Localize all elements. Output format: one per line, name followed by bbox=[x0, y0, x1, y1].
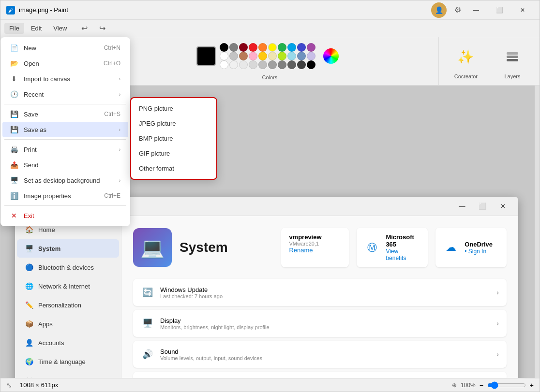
svg-rect-3 bbox=[507, 59, 518, 61]
color-s9[interactable] bbox=[297, 60, 306, 69]
menu-print[interactable]: 🖨️ Print › bbox=[2, 142, 128, 157]
color-red[interactable] bbox=[249, 43, 257, 52]
current-color-box[interactable] bbox=[196, 46, 216, 66]
menu-import[interactable]: ⬇ Import to canvas › bbox=[2, 71, 128, 87]
color-blue[interactable] bbox=[287, 43, 296, 52]
settings-maximize-button[interactable]: ⬜ bbox=[473, 199, 492, 214]
color-s8[interactable] bbox=[287, 60, 296, 69]
menu-item-view[interactable]: View bbox=[48, 23, 72, 34]
color-s5[interactable] bbox=[258, 60, 267, 69]
color-s6[interactable] bbox=[268, 60, 277, 69]
onedrive-title: OneDrive bbox=[465, 241, 499, 248]
color-s10[interactable] bbox=[307, 60, 315, 69]
sidebar-item-gaming[interactable]: 🎮 Gaming bbox=[17, 371, 119, 378]
menu-save-as[interactable]: 💾 Save as › bbox=[2, 122, 128, 137]
color-purple[interactable] bbox=[307, 43, 315, 52]
menu-send[interactable]: 📤 Send bbox=[2, 157, 128, 173]
color-cream[interactable] bbox=[268, 52, 277, 60]
sound-chevron: › bbox=[496, 350, 499, 358]
settings-gear-button[interactable]: ⚙ bbox=[450, 3, 465, 16]
save-as-bmp[interactable]: BMP picture bbox=[131, 131, 216, 146]
display-sub: Monitors, brightness, night light, displ… bbox=[160, 324, 270, 330]
sidebar-item-system[interactable]: 🖥️ System bbox=[17, 239, 119, 258]
sidebar-item-time-label: Time & language bbox=[38, 358, 86, 365]
save-as-other[interactable]: Other format bbox=[131, 161, 216, 176]
rename-link[interactable]: Rename bbox=[289, 247, 313, 254]
desktop-bg-arrow: › bbox=[119, 178, 120, 183]
edit-colors-button[interactable] bbox=[319, 43, 343, 70]
title-bar: 🖌 image.png - Paint 👤 ⚙ — ⬜ ✕ bbox=[0, 0, 540, 20]
sidebar-item-personalization[interactable]: ✏️ Personalization bbox=[17, 296, 119, 314]
color-palette-top bbox=[196, 43, 343, 70]
color-dark-red[interactable] bbox=[239, 43, 248, 52]
sidebar-item-accounts[interactable]: 👤 Accounts bbox=[17, 334, 119, 352]
sidebar-item-bluetooth[interactable]: 🔵 Bluetooth & devices bbox=[17, 258, 119, 276]
menu-exit[interactable]: ✕ Exit bbox=[2, 208, 128, 223]
status-left: ⤡ 1008 × 611px bbox=[6, 381, 58, 389]
color-light-gray[interactable] bbox=[229, 52, 238, 60]
sidebar-item-network[interactable]: 🌐 Network & internet bbox=[17, 277, 119, 295]
minimize-button[interactable]: — bbox=[465, 2, 487, 18]
color-s3[interactable] bbox=[239, 60, 248, 69]
sidebar-item-time-language[interactable]: 🌍 Time & language bbox=[17, 352, 119, 371]
menu-item-file[interactable]: File bbox=[4, 23, 24, 34]
color-dark-blue[interactable] bbox=[297, 43, 306, 52]
color-s1[interactable] bbox=[220, 60, 228, 69]
sidebar-item-apps[interactable]: 📦 Apps bbox=[17, 315, 119, 333]
menu-desktop-bg[interactable]: 🖥️ Set as desktop background › bbox=[2, 173, 128, 188]
notifications-row[interactable]: 🔔 Notifications Alerts from apps and sys… bbox=[133, 372, 507, 378]
redo-button[interactable]: ↪ bbox=[95, 22, 109, 35]
color-lime[interactable] bbox=[278, 52, 286, 60]
windows-update-chevron: › bbox=[496, 289, 499, 296]
sidebar-item-personalization-label: Personalization bbox=[38, 302, 81, 309]
save-as-gif[interactable]: GIF picture bbox=[131, 146, 216, 161]
menu-open[interactable]: 📂 Open Ctrl+O bbox=[2, 56, 128, 71]
windows-update-row[interactable]: 🔄 Windows Update Last checked: 7 hours a… bbox=[133, 279, 507, 306]
onedrive-card: ☁ OneDrive • Sign In bbox=[435, 228, 507, 267]
vertical-scrollbar[interactable] bbox=[535, 86, 540, 378]
color-dark-gray[interactable] bbox=[229, 43, 238, 52]
color-s2[interactable] bbox=[229, 60, 238, 69]
color-pink[interactable] bbox=[249, 52, 257, 60]
undo-button[interactable]: ↩ bbox=[77, 22, 91, 35]
display-row[interactable]: 🖥️ Display Monitors, brightness, night l… bbox=[133, 310, 507, 337]
onedrive-link[interactable]: • Sign In bbox=[465, 248, 499, 255]
color-green[interactable] bbox=[278, 43, 286, 52]
save-as-jpeg[interactable]: JPEG picture bbox=[131, 116, 216, 131]
settings-close-button[interactable]: ✕ bbox=[493, 199, 512, 214]
color-yellow[interactable] bbox=[268, 43, 277, 52]
divider-2 bbox=[4, 139, 126, 140]
sidebar-item-bluetooth-label: Bluetooth & devices bbox=[38, 264, 94, 271]
color-row-1 bbox=[220, 43, 315, 52]
color-s4[interactable] bbox=[249, 60, 257, 69]
close-button[interactable]: ✕ bbox=[511, 2, 534, 18]
menu-image-props[interactable]: ℹ️ Image properties Ctrl+E bbox=[2, 188, 128, 203]
layers-button[interactable] bbox=[501, 44, 524, 71]
windows-update-sub: Last checked: 7 hours ago bbox=[160, 293, 223, 299]
color-black[interactable] bbox=[220, 43, 228, 52]
cocreator-button[interactable]: ✨ bbox=[454, 44, 478, 71]
save-as-icon: 💾 bbox=[10, 126, 18, 133]
color-orange[interactable] bbox=[258, 43, 267, 52]
microsoft365-link[interactable]: View benefits bbox=[386, 248, 420, 261]
save-as-png[interactable]: PNG picture bbox=[131, 101, 216, 116]
color-lavender[interactable] bbox=[307, 52, 315, 60]
color-light-blue[interactable] bbox=[287, 52, 296, 60]
maximize-button[interactable]: ⬜ bbox=[488, 2, 510, 18]
menu-new[interactable]: 📄 New Ctrl+N bbox=[2, 40, 128, 56]
color-s7[interactable] bbox=[278, 60, 286, 69]
menu-bar-actions: ↩ ↪ bbox=[77, 22, 109, 35]
bluetooth-icon: 🔵 bbox=[25, 263, 33, 272]
menu-item-edit[interactable]: Edit bbox=[26, 23, 46, 34]
zoom-slider[interactable] bbox=[487, 381, 526, 389]
color-white[interactable] bbox=[220, 52, 228, 60]
color-steel-blue[interactable] bbox=[297, 52, 306, 60]
color-brown[interactable] bbox=[239, 52, 248, 60]
menu-recent[interactable]: 🕐 Recent › bbox=[2, 87, 128, 102]
zoom-in-button[interactable]: + bbox=[530, 381, 534, 389]
color-gold[interactable] bbox=[258, 52, 267, 60]
settings-minimize-button[interactable]: — bbox=[452, 199, 472, 214]
zoom-out-button[interactable]: − bbox=[480, 381, 483, 389]
menu-save[interactable]: 💾 Save Ctrl+S bbox=[2, 106, 128, 122]
sound-row[interactable]: 🔊 Sound Volume levels, output, input, so… bbox=[133, 341, 507, 368]
